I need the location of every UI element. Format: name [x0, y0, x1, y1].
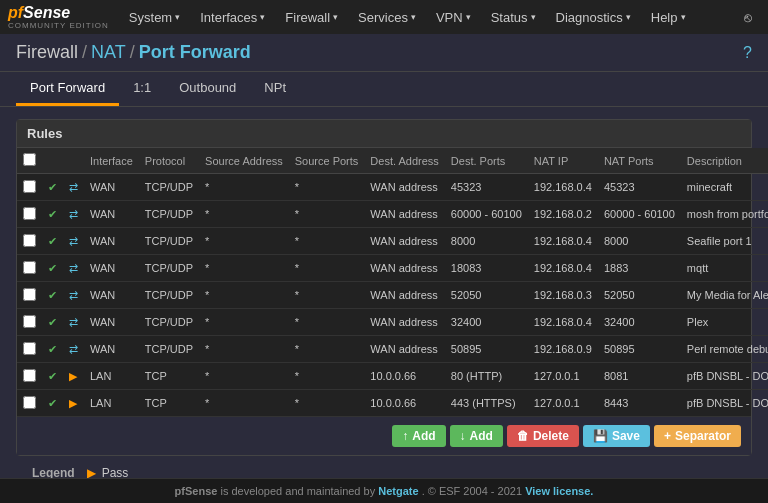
add-up-button[interactable]: ↑ Add [392, 425, 445, 447]
chevron-down-icon: ▾ [411, 12, 416, 22]
nav-status[interactable]: Status ▾ [483, 0, 544, 34]
community-edition: COMMUNITY EDITION [8, 21, 109, 30]
select-all-checkbox[interactable] [23, 153, 36, 166]
row-dst-addr: 10.0.0.66 [364, 363, 444, 390]
row-nat-ip: 192.168.0.3 [528, 282, 598, 309]
breadcrumb-firewall[interactable]: Firewall [16, 42, 78, 63]
row-src-addr: * [199, 363, 289, 390]
row-checkbox-cell [17, 363, 42, 390]
add-down-button[interactable]: ↓ Add [450, 425, 503, 447]
col-src-ports: Source Ports [289, 148, 365, 174]
tab-npt[interactable]: NPt [250, 72, 300, 106]
row-src-addr: * [199, 390, 289, 417]
row-interface: WAN [84, 174, 139, 201]
tab-1to1[interactable]: 1:1 [119, 72, 165, 106]
logout-icon: ⎋ [744, 10, 752, 25]
row-dst-addr: WAN address [364, 228, 444, 255]
row-checkbox[interactable] [23, 342, 36, 355]
footer-netgate-link[interactable]: Netgate [378, 485, 418, 497]
row-src-ports: * [289, 201, 365, 228]
row-checkbox[interactable] [23, 207, 36, 220]
row-interface: LAN [84, 390, 139, 417]
table-row: ✔ ⇄ WAN TCP/UDP * * WAN address 8000 192… [17, 228, 768, 255]
table-header-row: Interface Protocol Source Address Source… [17, 148, 768, 174]
row-nat-ports: 60000 - 60100 [598, 201, 681, 228]
chevron-down-icon: ▾ [175, 12, 180, 22]
row-checkbox-cell [17, 255, 42, 282]
logout-button[interactable]: ⎋ [736, 0, 760, 34]
row-status: ✔ [42, 336, 63, 363]
chevron-down-icon: ▾ [466, 12, 471, 22]
separator-button[interactable]: + Separator [654, 425, 741, 447]
col-status [42, 148, 63, 174]
footer-license-link[interactable]: View license. [525, 485, 593, 497]
check-icon: ✔ [48, 316, 57, 328]
arrow-down-icon: ↓ [460, 429, 466, 443]
check-icon: ✔ [48, 262, 57, 274]
row-protocol: TCP [139, 390, 199, 417]
row-nat-ip: 192.168.0.4 [528, 174, 598, 201]
tab-outbound[interactable]: Outbound [165, 72, 250, 106]
content-area: Rules Interface Protocol Source Address … [0, 107, 768, 503]
col-type [63, 148, 84, 174]
row-description: pfB DNSBL - DO NOT EDIT [681, 363, 768, 390]
navbar-right: ⎋ [736, 0, 760, 34]
row-checkbox[interactable] [23, 180, 36, 193]
row-type: ⇄ [63, 201, 84, 228]
row-description: mqtt [681, 255, 768, 282]
row-checkbox-cell [17, 201, 42, 228]
arrows-icon: ⇄ [69, 235, 78, 247]
row-dst-addr: WAN address [364, 174, 444, 201]
row-interface: WAN [84, 201, 139, 228]
nav-vpn[interactable]: VPN ▾ [428, 0, 479, 34]
row-interface: WAN [84, 336, 139, 363]
nav-system[interactable]: System ▾ [121, 0, 188, 34]
row-checkbox[interactable] [23, 261, 36, 274]
nav-help[interactable]: Help ▾ [643, 0, 694, 34]
breadcrumb-sep1: / [82, 42, 87, 63]
trash-icon: 🗑 [517, 429, 529, 443]
nav-diagnostics[interactable]: Diagnostics ▾ [548, 0, 639, 34]
row-type: ▶ [63, 363, 84, 390]
help-icon[interactable]: ? [743, 44, 752, 62]
save-button[interactable]: 💾 Save [583, 425, 650, 447]
nav-interfaces[interactable]: Interfaces ▾ [192, 0, 273, 34]
footer-pfsense: pfSense [175, 485, 218, 497]
footer-text-after: . © ESF 2004 - 2021 [422, 485, 526, 497]
table-row: ✔ ⇄ WAN TCP/UDP * * WAN address 60000 - … [17, 201, 768, 228]
check-icon: ✔ [48, 397, 57, 409]
check-icon: ✔ [48, 181, 57, 193]
row-src-addr: * [199, 174, 289, 201]
row-src-addr: * [199, 255, 289, 282]
row-nat-ports: 50895 [598, 336, 681, 363]
col-description: Description [681, 148, 768, 174]
arrows-icon: ⇄ [69, 343, 78, 355]
row-checkbox[interactable] [23, 288, 36, 301]
row-type: ⇄ [63, 309, 84, 336]
row-checkbox-cell [17, 282, 42, 309]
row-type: ⇄ [63, 282, 84, 309]
col-dst-ports: Dest. Ports [445, 148, 528, 174]
tab-portforward[interactable]: Port Forward [16, 72, 119, 106]
row-dst-ports: 32400 [445, 309, 528, 336]
row-description: My Media for Alexa [681, 282, 768, 309]
row-interface: WAN [84, 228, 139, 255]
delete-button[interactable]: 🗑 Delete [507, 425, 579, 447]
table-row: ✔ ⇄ WAN TCP/UDP * * WAN address 52050 19… [17, 282, 768, 309]
row-nat-ip: 127.0.0.1 [528, 363, 598, 390]
row-checkbox[interactable] [23, 315, 36, 328]
row-checkbox[interactable] [23, 396, 36, 409]
nav-services[interactable]: Services ▾ [350, 0, 424, 34]
row-type: ⇄ [63, 228, 84, 255]
row-checkbox[interactable] [23, 369, 36, 382]
breadcrumb-nat[interactable]: NAT [91, 42, 126, 63]
row-nat-ports: 8000 [598, 228, 681, 255]
chevron-down-icon: ▾ [333, 12, 338, 22]
row-checkbox[interactable] [23, 234, 36, 247]
row-src-addr: * [199, 309, 289, 336]
nav-firewall[interactable]: Firewall ▾ [277, 0, 346, 34]
row-src-addr: * [199, 228, 289, 255]
arrows-icon: ⇄ [69, 208, 78, 220]
row-nat-ip: 127.0.0.1 [528, 390, 598, 417]
row-dst-addr: WAN address [364, 282, 444, 309]
